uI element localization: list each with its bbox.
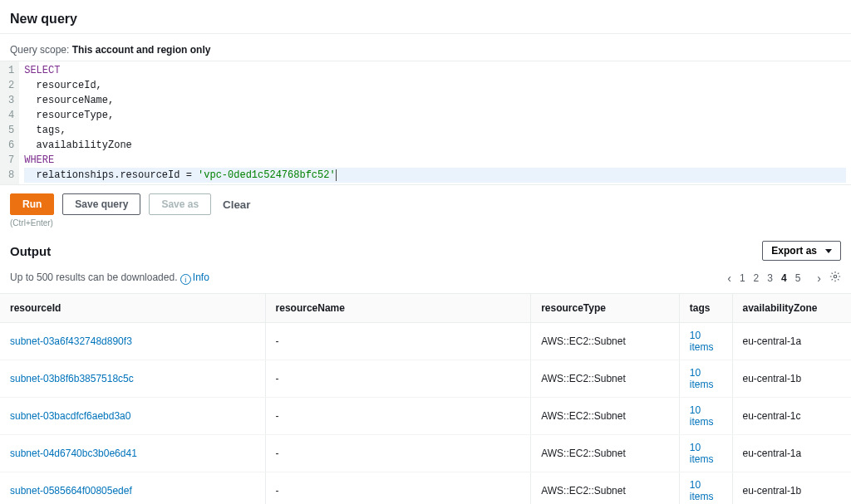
cell-availabilityZone: eu-central-1a xyxy=(732,323,851,360)
export-as-label: Export as xyxy=(771,245,817,257)
line-number: 3 xyxy=(8,93,14,108)
cell-resourceType: AWS::EC2::Subnet xyxy=(531,435,680,472)
tags-link[interactable]: 10 items xyxy=(690,367,714,390)
tags-link[interactable]: 10 items xyxy=(690,442,714,465)
query-scope-value: This account and region only xyxy=(72,44,211,56)
column-header-resourceId[interactable]: resourceId xyxy=(0,294,265,323)
page-3[interactable]: 3 xyxy=(767,272,773,284)
code-line[interactable]: WHERE xyxy=(24,153,846,168)
query-scope-label: Query scope: xyxy=(10,44,69,56)
run-button[interactable]: Run xyxy=(10,193,54,215)
line-gutter: 12345678 xyxy=(0,61,19,184)
results-info-text: Up to 500 results can be downloaded. xyxy=(10,272,177,283)
cell-resourceName: - xyxy=(265,398,531,435)
cell-resourceType: AWS::EC2::Subnet xyxy=(531,472,680,505)
cell-resourceType: AWS::EC2::Subnet xyxy=(531,323,680,360)
column-header-resourceType[interactable]: resourceType xyxy=(531,294,680,323)
column-header-resourceName[interactable]: resourceName xyxy=(265,294,531,323)
run-shortcut-hint: (Ctrl+Enter) xyxy=(0,218,851,234)
query-editor[interactable]: 12345678 SELECT resourceId, resourceName… xyxy=(0,61,851,185)
cell-resourceName: - xyxy=(265,435,531,472)
page-5[interactable]: 5 xyxy=(795,272,801,284)
clear-button[interactable]: Clear xyxy=(219,194,253,215)
cell-availabilityZone: eu-central-1b xyxy=(732,360,851,398)
table-row: subnet-04d6740bc3b0e6d41-AWS::EC2::Subne… xyxy=(0,435,851,472)
query-scope: Query scope: This account and region onl… xyxy=(0,34,851,61)
page-2[interactable]: 2 xyxy=(754,272,760,284)
cell-resourceId: subnet-03bacdfcf6aebd3a0 xyxy=(0,398,265,435)
output-title: Output xyxy=(10,244,51,258)
resource-id-link[interactable]: subnet-03b8f6b3857518c5c xyxy=(10,373,134,384)
code-line[interactable]: relationships.resourceId = 'vpc-0ded1c52… xyxy=(24,168,846,183)
line-number: 8 xyxy=(8,168,14,183)
results-table: resourceIdresourceNameresourceTypetagsav… xyxy=(0,293,851,504)
resource-id-link[interactable]: subnet-03bacdfcf6aebd3a0 xyxy=(10,410,130,422)
line-number: 2 xyxy=(8,78,14,93)
cell-resourceName: - xyxy=(265,323,531,360)
prev-page-icon[interactable]: ‹ xyxy=(727,272,731,285)
table-row: subnet-03a6f432748d890f3-AWS::EC2::Subne… xyxy=(0,323,851,360)
cell-availabilityZone: eu-central-1c xyxy=(732,398,851,435)
chevron-down-icon xyxy=(825,249,832,253)
cell-resourceType: AWS::EC2::Subnet xyxy=(531,360,680,398)
table-row: subnet-03bacdfcf6aebd3a0-AWS::EC2::Subne… xyxy=(0,398,851,435)
svg-point-0 xyxy=(834,275,837,278)
cell-availabilityZone: eu-central-1a xyxy=(732,435,851,472)
page-4[interactable]: 4 xyxy=(781,272,787,284)
gear-icon xyxy=(829,271,841,282)
resource-id-link[interactable]: subnet-03a6f432748d890f3 xyxy=(10,335,132,347)
code-line[interactable]: resourceType, xyxy=(24,108,846,123)
code-line[interactable]: tags, xyxy=(24,123,846,138)
cell-resourceId: subnet-03a6f432748d890f3 xyxy=(0,323,265,360)
paginator: ‹ 12345 › xyxy=(727,271,841,285)
cell-resourceType: AWS::EC2::Subnet xyxy=(531,398,680,435)
settings-button[interactable] xyxy=(829,271,841,285)
cell-tags: 10 items xyxy=(679,360,732,398)
cell-resourceName: - xyxy=(265,472,531,505)
tags-link[interactable]: 10 items xyxy=(690,330,714,353)
export-as-button[interactable]: Export as xyxy=(762,241,841,261)
line-number: 5 xyxy=(8,123,14,138)
results-info: Up to 500 results can be downloaded. iIn… xyxy=(10,272,209,285)
cell-resourceName: - xyxy=(265,360,531,398)
tags-link[interactable]: 10 items xyxy=(690,479,714,502)
cell-tags: 10 items xyxy=(679,398,732,435)
next-page-icon[interactable]: › xyxy=(817,272,821,285)
cell-resourceId: subnet-04d6740bc3b0e6d41 xyxy=(0,435,265,472)
code-line[interactable]: resourceId, xyxy=(24,78,846,93)
line-number: 7 xyxy=(8,153,14,168)
resource-id-link[interactable]: subnet-04d6740bc3b0e6d41 xyxy=(10,448,137,459)
cell-tags: 10 items xyxy=(679,435,732,472)
info-label: Info xyxy=(193,272,209,283)
table-row: subnet-03b8f6b3857518c5c-AWS::EC2::Subne… xyxy=(0,360,851,398)
table-row: subnet-0585664f00805edef-AWS::EC2::Subne… xyxy=(0,472,851,505)
save-as-button[interactable]: Save as xyxy=(149,193,211,215)
tags-link[interactable]: 10 items xyxy=(690,404,714,428)
cell-availabilityZone: eu-central-1b xyxy=(732,472,851,505)
code-line[interactable]: resourceName, xyxy=(24,93,846,108)
line-number: 4 xyxy=(8,108,14,123)
info-link[interactable]: iInfo xyxy=(180,272,209,283)
line-number: 1 xyxy=(8,63,14,78)
cell-tags: 10 items xyxy=(679,323,732,360)
cell-resourceId: subnet-0585664f00805edef xyxy=(0,472,265,505)
code-area[interactable]: SELECT resourceId, resourceName, resourc… xyxy=(19,61,851,184)
column-header-availabilityZone[interactable]: availabilityZone xyxy=(732,294,851,323)
cell-tags: 10 items xyxy=(679,472,732,505)
save-query-button[interactable]: Save query xyxy=(62,193,140,215)
page-1[interactable]: 1 xyxy=(740,272,745,284)
code-line[interactable]: availabilityZone xyxy=(24,138,846,153)
resource-id-link[interactable]: subnet-0585664f00805edef xyxy=(10,485,132,497)
line-number: 6 xyxy=(8,138,14,153)
page-title: New query xyxy=(10,12,841,27)
info-icon: i xyxy=(180,274,191,285)
cell-resourceId: subnet-03b8f6b3857518c5c xyxy=(0,360,265,398)
column-header-tags[interactable]: tags xyxy=(679,294,732,323)
code-line[interactable]: SELECT xyxy=(24,63,846,78)
